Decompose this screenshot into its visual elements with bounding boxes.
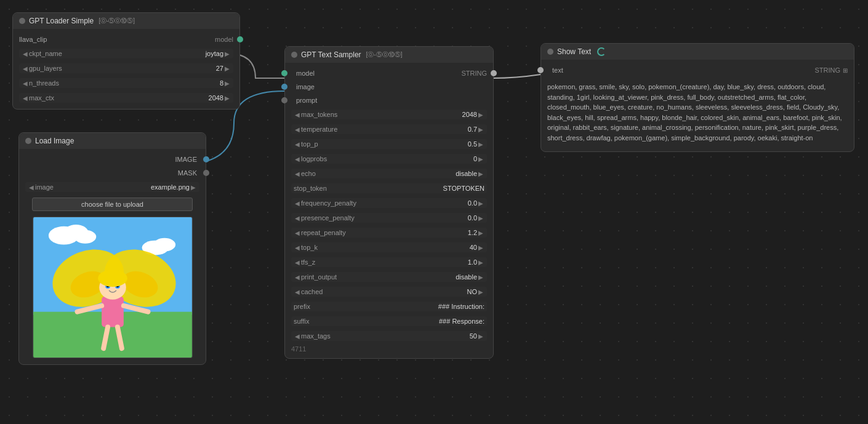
prefix-field[interactable]: prefix ### Instruction: [291, 302, 487, 311]
logprobs-right[interactable]: ▶ [477, 156, 484, 162]
max-tokens-left[interactable]: ◀ [294, 111, 301, 118]
image-file-row: ◀ image example.png ▶ [19, 180, 206, 194]
text-input-label: text [547, 66, 563, 74]
string-output-label: STRING [461, 70, 487, 77]
stop-token-label: stop_token [294, 185, 327, 192]
print-left[interactable]: ◀ [294, 274, 301, 281]
logprobs-field[interactable]: ◀ logprobs 0 ▶ [291, 154, 487, 164]
echo-field[interactable]: ◀ echo disable ▶ [291, 169, 487, 178]
repeat-left[interactable]: ◀ [294, 230, 301, 236]
svg-rect-11 [102, 297, 124, 327]
echo-right[interactable]: ▶ [477, 170, 484, 177]
pres-value: 0.0 [468, 214, 477, 222]
prompt-input-label: prompt [291, 97, 317, 104]
repeat-penalty-field[interactable]: ◀ repeat_penalty 1.2 ▶ [291, 228, 487, 238]
load-image-status-dot [25, 138, 31, 144]
max-ctx-field[interactable]: ◀ max_ctx 2048 ▶ [19, 93, 233, 103]
tfs-z-field[interactable]: ◀ tfs_z 1.0 ▶ [291, 257, 487, 267]
pres-right[interactable]: ▶ [477, 215, 484, 222]
top-p-label: top_p [301, 140, 318, 148]
max-tags-right[interactable]: ▶ [477, 333, 484, 340]
gpu-right-arrow[interactable]: ▶ [223, 65, 231, 72]
repeat-right[interactable]: ▶ [477, 230, 484, 236]
cached-left[interactable]: ◀ [294, 289, 301, 295]
repeat-label: repeat_penalty [301, 229, 346, 236]
ctx-value: 2048 [209, 94, 223, 102]
node-gpt-sampler: GPT Text Sampler [⓪-⑤⓪⑩⑤] model STRING i… [284, 46, 494, 359]
freq-right[interactable]: ▶ [477, 200, 484, 207]
top-p-left[interactable]: ◀ [294, 141, 301, 148]
ckpt-right-arrow[interactable]: ▶ [223, 50, 231, 57]
string-output-connector[interactable] [491, 70, 497, 76]
ckpt-name-field[interactable]: ◀ ckpt_name joytag ▶ [19, 49, 233, 58]
top-k-left[interactable]: ◀ [294, 244, 301, 251]
print-output-field[interactable]: ◀ print_output disable ▶ [291, 272, 487, 282]
model-output-connector[interactable] [237, 36, 243, 42]
top-p-right[interactable]: ▶ [477, 141, 484, 148]
temp-left[interactable]: ◀ [294, 126, 301, 133]
max-tags-left[interactable]: ◀ [294, 333, 301, 340]
show-text-output: pokemon, grass, smile, sky, solo, pokemo… [541, 77, 854, 148]
prompt-input-connector[interactable] [281, 97, 287, 103]
node-show-text: Show Text text STRING ⊞ pokemon, grass, … [540, 43, 854, 152]
model-input-connector[interactable] [281, 70, 287, 76]
temp-right[interactable]: ▶ [477, 126, 484, 133]
freq-left[interactable]: ◀ [294, 200, 301, 207]
gpt-loader-badge: [⓪-⑤⓪⑩⑤] [98, 17, 135, 25]
text-input-connector[interactable] [537, 67, 544, 73]
tfs-left[interactable]: ◀ [294, 259, 301, 266]
gpu-value: 27 [216, 65, 223, 72]
gpt-sampler-footer: 4711 [285, 343, 493, 354]
ctx-left-arrow[interactable]: ◀ [22, 95, 29, 102]
gpu-layers-field[interactable]: ◀ gpu_layers 27 ▶ [19, 63, 233, 73]
load-image-title: Load Image [35, 137, 74, 145]
threads-left-arrow[interactable]: ◀ [22, 80, 29, 87]
top-k-label: top_k [301, 244, 318, 251]
mask-output-row: MASK [19, 166, 206, 180]
max-tags-field[interactable]: ◀ max_tags 50 ▶ [291, 331, 487, 341]
tfs-right[interactable]: ▶ [477, 259, 484, 266]
cached-field[interactable]: ◀ cached NO ▶ [291, 287, 487, 297]
image-input-connector[interactable] [281, 84, 287, 90]
ckpt-left-arrow[interactable]: ◀ [22, 50, 29, 57]
mask-output-connector[interactable] [203, 170, 209, 176]
max-tokens-label: max_tokens [301, 111, 337, 118]
top-k-right[interactable]: ▶ [477, 244, 484, 251]
echo-left[interactable]: ◀ [294, 170, 301, 177]
top-p-field[interactable]: ◀ top_p 0.5 ▶ [291, 139, 487, 149]
print-right[interactable]: ▶ [477, 274, 484, 281]
image-preview [33, 217, 193, 358]
max-tokens-field[interactable]: ◀ max_tokens 2048 ▶ [291, 110, 487, 119]
image-file-field[interactable]: ◀ image example.png ▶ [25, 182, 199, 192]
tfs-z-row: ◀ tfs_z 1.0 ▶ [285, 255, 493, 270]
gpu-left-arrow[interactable]: ◀ [22, 65, 29, 72]
image-left-arrow[interactable]: ◀ [28, 184, 35, 191]
cached-value: NO [467, 288, 478, 295]
image-output-connector[interactable] [203, 156, 209, 162]
logprobs-left[interactable]: ◀ [294, 156, 301, 162]
gpt-loader-body: llava_clip model ◀ ckpt_name joytag ▶ ◀ … [13, 29, 239, 109]
stop-token-field[interactable]: stop_token STOPTOKEN [291, 183, 487, 193]
echo-value: disable [456, 170, 477, 177]
max-tokens-right[interactable]: ▶ [477, 111, 484, 118]
top-k-field[interactable]: ◀ top_k 40 ▶ [291, 242, 487, 252]
cached-right[interactable]: ▶ [477, 289, 484, 295]
temp-label: temperature [301, 126, 337, 133]
print-output-row: ◀ print_output disable ▶ [285, 270, 493, 284]
pres-penalty-field[interactable]: ◀ presence_penalty 0.0 ▶ [291, 213, 487, 223]
ctx-right-arrow[interactable]: ▶ [223, 95, 231, 102]
suffix-field[interactable]: suffix ### Response: [291, 316, 487, 326]
freq-penalty-field[interactable]: ◀ frequency_penalty 0.0 ▶ [291, 198, 487, 208]
prompt-input-row: prompt [285, 94, 493, 107]
image-input-row: image [285, 80, 493, 94]
image-right-arrow[interactable]: ▶ [190, 184, 197, 191]
gpt-loader-header: GPT Loader Simple [⓪-⑤⓪⑩⑤] [13, 13, 239, 29]
upload-button[interactable]: choose file to upload [32, 198, 193, 211]
pres-left[interactable]: ◀ [294, 215, 301, 222]
threads-right-arrow[interactable]: ▶ [223, 80, 231, 87]
n-threads-field[interactable]: ◀ n_threads 8 ▶ [19, 78, 233, 88]
text-string-label: STRING [814, 66, 840, 74]
pres-label: presence_penalty [301, 214, 355, 222]
temperature-field[interactable]: ◀ temperature 0.7 ▶ [291, 124, 487, 134]
mask-output-label: MASK [178, 169, 197, 177]
